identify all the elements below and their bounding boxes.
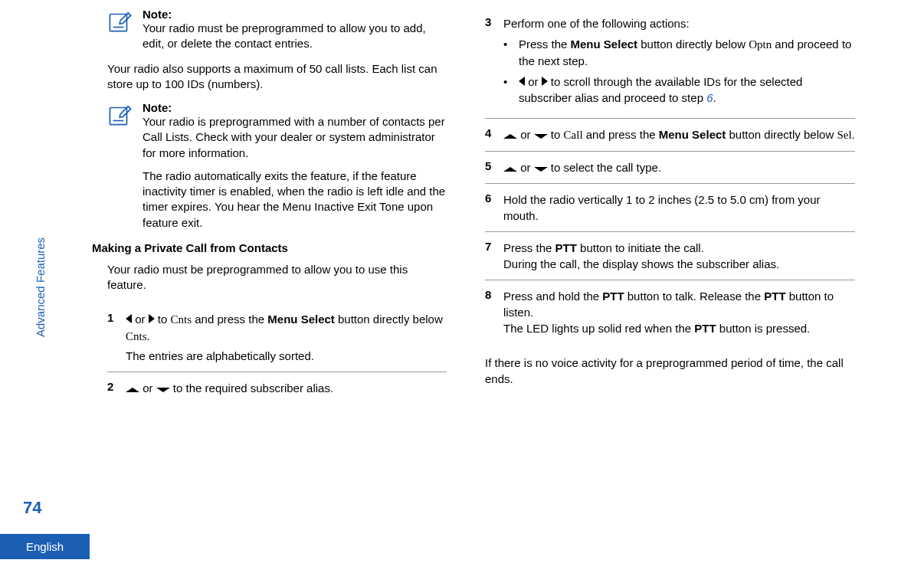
arrow-up-icon bbox=[126, 388, 139, 392]
text: button to talk. Release the bbox=[624, 290, 765, 303]
step-number: 7 bbox=[485, 240, 503, 272]
step-body: or to select the call type. bbox=[503, 159, 855, 175]
arrow-up-icon bbox=[503, 167, 517, 172]
menu-ref: Optn bbox=[749, 38, 772, 51]
note-icon-wrap bbox=[107, 8, 143, 52]
arrow-right-icon bbox=[542, 77, 548, 86]
step-body: or to Cnts and press the Menu Select but… bbox=[126, 311, 447, 364]
text: button to initiate the call. bbox=[577, 241, 704, 254]
step-number: 2 bbox=[107, 380, 126, 396]
text: and press the bbox=[192, 313, 267, 326]
text: The LED lights up solid red when the bbox=[503, 322, 694, 335]
note-label: Note: bbox=[143, 101, 447, 114]
text: or bbox=[517, 128, 534, 141]
text: . bbox=[852, 128, 855, 141]
text: to bbox=[155, 313, 171, 326]
text: Press the bbox=[503, 241, 555, 254]
step-2: 2 or to the required subscriber alias. bbox=[107, 372, 447, 404]
bullet-item: • Press the Menu Select button directly … bbox=[503, 36, 855, 69]
intro-paragraph: Your radio must be preprogrammed to allo… bbox=[107, 262, 447, 293]
button-ref: PTT bbox=[602, 290, 624, 303]
step-subtext: During the call, the display shows the s… bbox=[503, 256, 855, 272]
section-label: Advanced Features bbox=[34, 237, 47, 337]
step-body: or to Call and press the Menu Select but… bbox=[503, 126, 855, 143]
bullet-list: • Press the Menu Select button directly … bbox=[503, 36, 855, 106]
menu-ref: Cnts bbox=[171, 313, 192, 326]
text: Press and hold the bbox=[503, 290, 602, 303]
menu-ref: Call bbox=[564, 129, 583, 141]
bullet-dot: • bbox=[503, 36, 519, 69]
note-content: Note: Your radio must be preprogrammed t… bbox=[143, 8, 447, 52]
bullet-text: Press the Menu Select button directly be… bbox=[519, 36, 855, 69]
step-4: 4 or to Call and press the Menu Select b… bbox=[485, 119, 855, 152]
text: . bbox=[147, 329, 150, 342]
arrow-down-icon bbox=[534, 134, 548, 139]
text: button directly below bbox=[637, 38, 749, 51]
button-ref: Menu Select bbox=[659, 128, 726, 141]
step-body: Perform one of the following actions: • … bbox=[503, 15, 855, 110]
left-column: Note: Your radio must be preprogrammed t… bbox=[54, 8, 462, 513]
step-7: 7 Press the PTT button to initiate the c… bbox=[485, 232, 855, 280]
text: to the required subscriber alias. bbox=[170, 381, 333, 395]
step-8: 8 Press and hold the PTT button to talk.… bbox=[485, 280, 855, 344]
step-6: 6 Hold the radio vertically 1 to 2 inche… bbox=[485, 184, 855, 232]
button-ref: PTT bbox=[694, 322, 716, 335]
section-heading: Making a Private Call from Contacts bbox=[92, 241, 447, 254]
button-ref: PTT bbox=[555, 241, 577, 254]
paragraph: Your radio also supports a maximum of 50… bbox=[107, 61, 447, 93]
text: or bbox=[525, 75, 542, 88]
step-body: or to the required subscriber alias. bbox=[126, 380, 447, 396]
step-body: Press and hold the PTT button to talk. R… bbox=[503, 288, 855, 336]
step-body: Press the PTT button to initiate the cal… bbox=[503, 240, 855, 272]
step-3: 3 Perform one of the following actions: … bbox=[485, 8, 855, 119]
bullet-item: • or to scroll through the available IDs… bbox=[503, 74, 855, 106]
page-content: Note: Your radio must be preprogrammed t… bbox=[0, 0, 924, 521]
text: . bbox=[713, 91, 716, 104]
right-column: 3 Perform one of the following actions: … bbox=[462, 8, 870, 513]
menu-ref: Sel bbox=[837, 129, 851, 141]
note-block-1: Note: Your radio must be preprogrammed t… bbox=[107, 8, 447, 52]
text: to select the call type. bbox=[548, 161, 661, 174]
button-ref: Menu Select bbox=[571, 38, 638, 51]
note-text: Your radio is preprogrammed with a numbe… bbox=[143, 114, 447, 161]
text: to scroll through the available IDs for … bbox=[519, 75, 802, 104]
page-number: 74 bbox=[23, 498, 41, 518]
arrow-up-icon bbox=[503, 134, 517, 139]
step-number: 5 bbox=[485, 159, 503, 175]
step-5: 5 or to select the call type. bbox=[485, 152, 855, 184]
step-number: 6 bbox=[485, 192, 503, 224]
note-text: Your radio must be preprogrammed to allo… bbox=[143, 21, 447, 52]
text: or bbox=[132, 313, 149, 326]
arrow-down-icon bbox=[156, 388, 170, 392]
note-text: The radio automatically exits the featur… bbox=[143, 169, 447, 231]
button-ref: PTT bbox=[764, 290, 785, 303]
step-body: Hold the radio vertically 1 to 2 inches … bbox=[503, 192, 855, 224]
note-icon-wrap bbox=[107, 101, 143, 231]
note-icon bbox=[107, 101, 133, 127]
note-icon bbox=[107, 8, 133, 34]
arrow-right-icon bbox=[149, 314, 155, 323]
note-content: Note: Your radio is preprogrammed with a… bbox=[143, 101, 447, 231]
closing-paragraph: If there is no voice activity for a prep… bbox=[485, 355, 855, 387]
step-number: 1 bbox=[107, 311, 126, 364]
button-ref: Menu Select bbox=[267, 313, 335, 326]
text: to bbox=[548, 128, 564, 141]
note-block-2: Note: Your radio is preprogrammed with a… bbox=[107, 101, 447, 231]
text: button is pressed. bbox=[716, 322, 811, 335]
step-subtext: The entries are alphabetically sorted. bbox=[126, 348, 447, 364]
bullet-text: or to scroll through the available IDs f… bbox=[519, 74, 855, 106]
language-tab: English bbox=[0, 534, 90, 559]
text: Perform one of the following actions: bbox=[503, 17, 690, 30]
step-link[interactable]: 6 bbox=[706, 91, 713, 104]
text: or bbox=[139, 381, 156, 395]
step-number: 8 bbox=[485, 288, 503, 336]
bullet-dot: • bbox=[503, 74, 519, 106]
step-1: 1 or to Cnts and press the Menu Select b… bbox=[107, 303, 447, 372]
text: Press the bbox=[519, 38, 571, 51]
arrow-left-icon bbox=[126, 314, 132, 323]
text: or bbox=[517, 161, 534, 174]
arrow-down-icon bbox=[534, 167, 548, 172]
step-number: 4 bbox=[485, 126, 503, 143]
text: and press the bbox=[583, 128, 659, 141]
text: button directly below bbox=[335, 313, 443, 326]
